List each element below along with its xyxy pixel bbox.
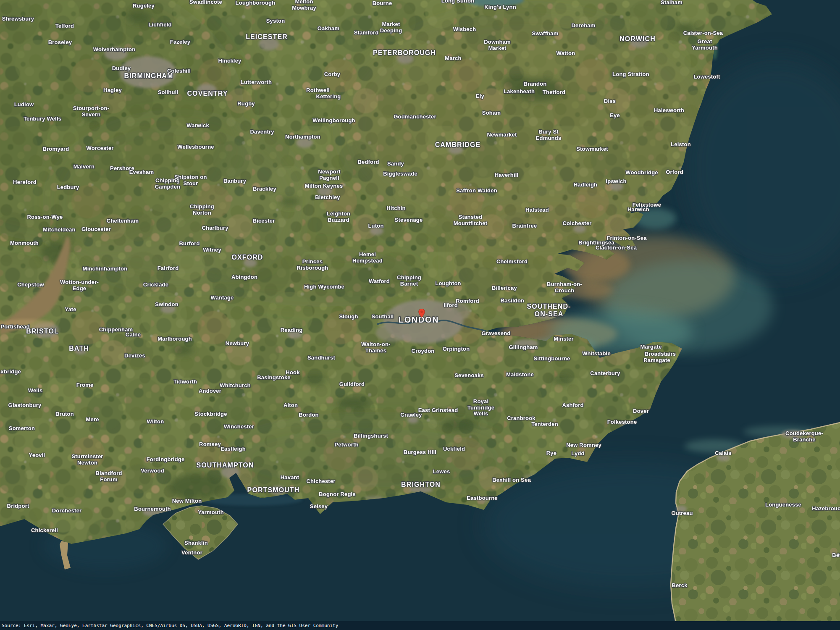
attribution-bar: Source: Esri, Maxar, GeoEye, Earthstar G… bbox=[0, 621, 840, 630]
location-pin[interactable] bbox=[418, 309, 425, 318]
attribution-text: Source: Esri, Maxar, GeoEye, Earthstar G… bbox=[2, 623, 338, 628]
pin-icon bbox=[418, 309, 425, 318]
